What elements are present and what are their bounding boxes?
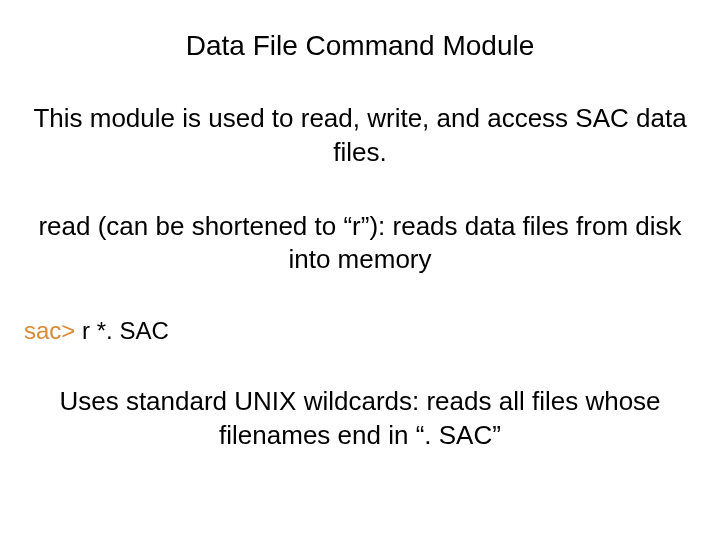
command-prompt: sac> — [24, 317, 75, 344]
slide-title: Data File Command Module — [20, 30, 700, 62]
command-text: r *. SAC — [75, 317, 168, 344]
intro-paragraph: This module is used to read, write, and … — [20, 102, 700, 170]
wildcard-note: Uses standard UNIX wildcards: reads all … — [20, 385, 700, 453]
read-description: read (can be shortened to “r”): reads da… — [20, 210, 700, 278]
command-example: sac> r *. SAC — [20, 317, 700, 345]
